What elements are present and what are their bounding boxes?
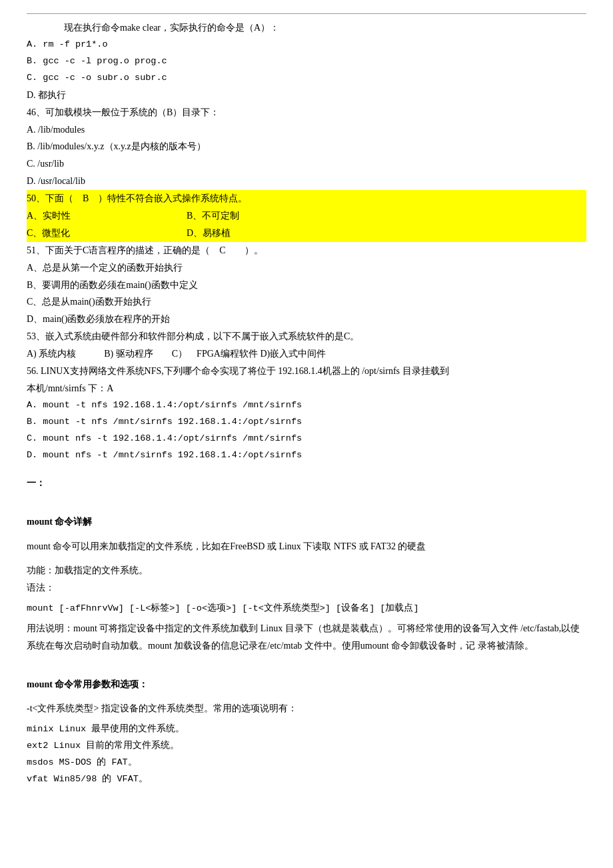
q50-title: 50、下面（ B ）特性不符合嵌入式操作系统特点。 [27, 190, 586, 207]
q46-opt-a: A. /lib/modules [27, 121, 586, 139]
q51-opt-b: B、要调用的函数必须在main()函数中定义 [27, 277, 586, 294]
q50-row2-a: C、微型化 [27, 225, 187, 242]
q51-title: 51、下面关于C语言程序的描述，正确的是（ C ）。 [27, 242, 586, 259]
section1-desc: mount 命令可以用来加载指定的文件系统，比如在FreeBSD 或 Linux… [27, 538, 586, 555]
q46-opt-d: D. /usr/local/lib [27, 173, 586, 190]
q53-options: A) 系统内核 B) 驱动程序 C） FPGA编程软件 D)嵌入式中间件 [27, 345, 586, 363]
main-content: 现在执行命令make clear，实际执行的命令是（A）： A. rm -f p… [27, 19, 586, 788]
q51-opt-d: D、main()函数必须放在程序的开始 [27, 311, 586, 328]
func-label: 功能：加载指定的文件系统。 [27, 562, 586, 579]
q50-row1: A、实时性 B、不可定制 [27, 207, 586, 225]
q56-opt-d: D. mount nfs -t /mnt/sirnfs 192.168.1.4:… [27, 447, 586, 464]
q50-row2-b: D、易移植 [187, 225, 231, 242]
option-d1: D. 都执行 [27, 87, 586, 104]
fs-item-1: ext2 Linux 目前的常用文件系统。 [27, 738, 586, 755]
q50-row2: C、微型化 D、易移植 [27, 225, 586, 242]
option-c1: C. gcc -c -o subr.o subr.c [27, 70, 586, 87]
fs-item-2: msdos MS-DOS 的 FAT。 [27, 755, 586, 771]
q56-subtitle: 本机/mnt/sirnfs 下：A [27, 380, 586, 397]
q46-opt-c: C. /usr/lib [27, 155, 586, 173]
q51-opt-a: A、总是从第一个定义的函数开始执行 [27, 259, 586, 277]
intro-line: 现在执行命令make clear，实际执行的命令是（A）： [27, 19, 586, 37]
top-divider [27, 13, 586, 14]
fs-item-3: vfat Win85/98 的 VFAT。 [27, 771, 586, 788]
q56-opt-a: A. mount -t nfs 192.168.1.4:/opt/sirnfs … [27, 397, 586, 414]
option-b1: B. gcc -c -l prog.o prog.c [27, 53, 586, 70]
q46-title: 46、可加载模块一般位于系统的（B）目录下： [27, 104, 586, 121]
usage-desc: 用法说明：mount 可将指定设备中指定的文件系统加载到 Linux 目录下（也… [27, 620, 586, 655]
option-a1: A. rm -f pr1*.o [27, 37, 586, 53]
section2-title: mount 命令常用参数和选项： [27, 676, 586, 693]
q56-title: 56. LINUX支持网络文件系统NFS,下列哪个命令实现了将位于 192.16… [27, 363, 586, 380]
q50-row1-a: A、实时性 [27, 207, 187, 225]
q53-title: 53、嵌入式系统由硬件部分和软件部分构成，以下不属于嵌入式系统软件的是C。 [27, 328, 586, 345]
q46-opt-b: B. /lib/modules/x.y.z（x.y.z是内核的版本号） [27, 138, 586, 155]
q51-opt-c: C、总是从main()函数开始执行 [27, 293, 586, 311]
syntax-label: 语法： [27, 579, 586, 597]
one-label: 一： [27, 475, 586, 492]
fs-item-0: minix Linux 最早使用的文件系统。 [27, 721, 586, 738]
q56-opt-c: C. mount nfs -t 192.168.1.4:/opt/sirnfs … [27, 431, 586, 447]
q50-row1-b: B、不可定制 [187, 207, 239, 225]
section1-title: mount 命令详解 [27, 513, 586, 531]
section2-param: -t<文件系统类型> 指定设备的文件系统类型。常用的选项说明有： [27, 700, 586, 717]
syntax-cmd: mount [-afFhnrvVw] [-L<标签>] [-o<选项>] [-t… [27, 601, 586, 617]
q56-opt-b: B. mount -t nfs /mnt/sirnfs 192.168.1.4:… [27, 414, 586, 431]
